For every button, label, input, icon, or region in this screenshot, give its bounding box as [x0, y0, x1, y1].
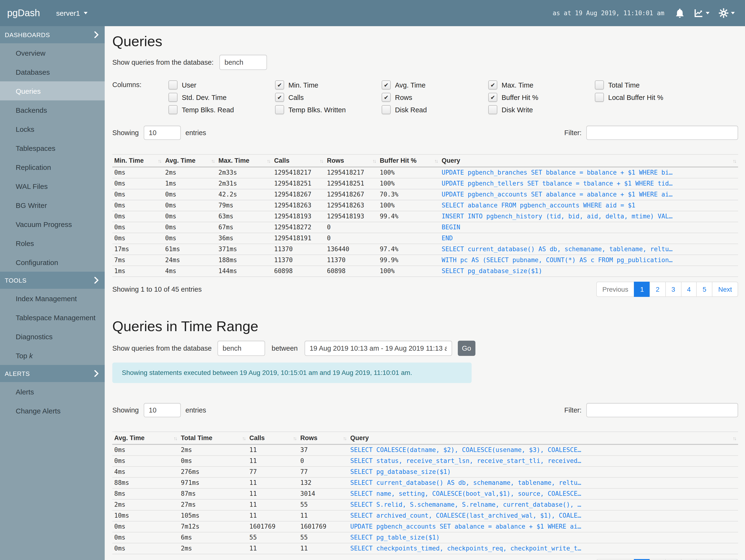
- query-link[interactable]: SELECT pg_table_size($1): [350, 534, 440, 541]
- query-link[interactable]: SELECT abalance FROM pgbench_accounts WH…: [442, 202, 635, 209]
- page-button-previous[interactable]: Previous: [596, 282, 635, 297]
- settings-gear-menu[interactable]: [719, 8, 735, 18]
- page-button-3[interactable]: 3: [665, 559, 681, 560]
- page-button-5[interactable]: 5: [697, 559, 713, 560]
- column-header-min-time[interactable]: Min. Time↑↓: [112, 154, 163, 167]
- database-input[interactable]: [218, 341, 265, 356]
- column-header-buffer-hit[interactable]: Buffer Hit %↑↓: [378, 154, 440, 167]
- sort-icon[interactable]: ↑↓: [733, 435, 737, 441]
- checkbox-buffer-hit[interactable]: ✔Buffer Hit %: [488, 93, 595, 102]
- sort-icon[interactable]: ↑↓: [158, 158, 162, 163]
- sidebar-section-tools[interactable]: TOOLS: [0, 272, 105, 289]
- sidebar-item-tablespaces[interactable]: Tablespaces: [0, 138, 105, 158]
- checkbox-min-time[interactable]: ✔Min. Time: [275, 80, 382, 90]
- sidebar-item-overview[interactable]: Overview: [0, 43, 105, 62]
- column-header-query[interactable]: Query↑↓: [440, 154, 738, 167]
- page-button-next[interactable]: Next: [712, 282, 738, 297]
- query-link[interactable]: UPDATE pgbench_tellers SET tbalance = tb…: [442, 180, 673, 187]
- column-header-calls[interactable]: Calls↑↓: [272, 154, 325, 167]
- checkbox-temp-blks-read[interactable]: Temp Blks. Read: [168, 105, 275, 114]
- page-size-input[interactable]: [143, 126, 181, 140]
- query-link[interactable]: SELECT pg_database_size($1): [350, 468, 451, 475]
- sidebar-item-change-alerts[interactable]: Change Alerts: [0, 401, 105, 420]
- page-button-4[interactable]: 4: [681, 282, 697, 297]
- charts-menu-button[interactable]: [693, 8, 710, 18]
- sidebar-item-index-management[interactable]: Index Management: [0, 289, 105, 308]
- page-button-1[interactable]: 1: [634, 559, 650, 560]
- checkbox-disk-write[interactable]: Disk Write: [488, 105, 595, 114]
- query-link[interactable]: UPDATE pgbench_accounts SET abalance = a…: [442, 191, 673, 198]
- sort-icon[interactable]: ↑↓: [173, 435, 178, 441]
- notifications-bell-icon[interactable]: [675, 8, 684, 18]
- column-header-rows[interactable]: Rows↑↓: [325, 154, 378, 167]
- time-range-input[interactable]: [304, 341, 452, 356]
- query-link[interactable]: WITH pc AS (SELECT pubname, COUNT(*) AS …: [442, 257, 673, 264]
- query-link[interactable]: SELECT current_database() AS db, scheman…: [442, 245, 673, 253]
- sidebar-section-alerts[interactable]: ALERTS: [0, 365, 105, 382]
- page-button-next[interactable]: Next: [712, 559, 738, 560]
- page-button-2[interactable]: 2: [650, 282, 666, 297]
- page-button-previous[interactable]: Previous: [596, 559, 635, 560]
- column-header-calls[interactable]: Calls↑↓: [248, 432, 298, 444]
- column-header-avg-time[interactable]: Avg. Time↑↓: [163, 154, 217, 167]
- checkbox-avg-time[interactable]: ✔Avg. Time: [382, 80, 488, 90]
- sidebar-item-replication[interactable]: Replication: [0, 158, 105, 176]
- sort-icon[interactable]: ↑↓: [733, 158, 737, 163]
- page-button-4[interactable]: 4: [681, 559, 697, 560]
- sort-icon[interactable]: ↑↓: [434, 158, 439, 163]
- go-button[interactable]: Go: [458, 341, 476, 356]
- query-link[interactable]: SELECT status, receive_start_lsn, receiv…: [350, 457, 581, 464]
- query-link[interactable]: SELECT name, setting, COALESCE(boot_val,…: [350, 490, 581, 497]
- checkbox-local-buffer-hit[interactable]: Local Buffer Hit %: [595, 93, 702, 102]
- sidebar-item-alerts[interactable]: Alerts: [0, 382, 105, 401]
- sidebar-item-roles[interactable]: Roles: [0, 234, 105, 253]
- sidebar-item-wal-files[interactable]: WAL Files: [0, 176, 105, 196]
- server-selector[interactable]: server1: [56, 9, 88, 17]
- page-button-2[interactable]: 2: [650, 559, 666, 560]
- checkbox-temp-blks-written[interactable]: Temp Blks. Written: [275, 105, 382, 114]
- sidebar-item-locks[interactable]: Locks: [0, 120, 105, 138]
- app-logo[interactable]: pgDash: [0, 8, 56, 19]
- database-input[interactable]: [219, 55, 267, 70]
- sort-icon[interactable]: ↑↓: [343, 435, 347, 441]
- checkbox-total-time[interactable]: Total Time: [595, 80, 702, 90]
- query-link[interactable]: INSERT INTO pgbench_history (tid, bid, a…: [442, 213, 673, 220]
- sidebar-item-bg-writer[interactable]: BG Writer: [0, 196, 105, 215]
- sidebar-item-top-k[interactable]: Top k: [0, 346, 105, 365]
- checkbox-rows[interactable]: ✔Rows: [382, 93, 488, 102]
- checkbox-calls[interactable]: ✔Calls: [275, 93, 382, 102]
- page-button-3[interactable]: 3: [665, 282, 681, 297]
- column-header-total-time[interactable]: Total Time↑↓: [179, 432, 248, 444]
- sidebar-item-tablespace-management[interactable]: Tablespace Management: [0, 308, 105, 327]
- column-header-max-time[interactable]: Max. Time↑↓: [217, 154, 272, 167]
- page-size-input[interactable]: [143, 403, 181, 417]
- page-button-5[interactable]: 5: [697, 282, 713, 297]
- sidebar-item-queries[interactable]: Queries: [0, 81, 105, 100]
- checkbox-disk-read[interactable]: Disk Read: [382, 105, 488, 114]
- query-link[interactable]: SELECT archived_count, COALESCE(last_arc…: [350, 512, 581, 519]
- query-link[interactable]: SELECT COALESCE(datname, $2), COALESCE(u…: [350, 446, 581, 454]
- checkbox-max-time[interactable]: ✔Max. Time: [488, 80, 595, 90]
- checkbox-std-dev-time[interactable]: Std. Dev. Time: [168, 93, 275, 102]
- sort-icon[interactable]: ↑↓: [242, 435, 247, 441]
- column-header-avg-time[interactable]: Avg. Time↑↓: [112, 432, 179, 444]
- sidebar-item-diagnostics[interactable]: Diagnostics: [0, 327, 105, 346]
- query-link[interactable]: SELECT S.relid, S.schemaname, S.relname,…: [350, 501, 581, 508]
- sidebar-item-configuration[interactable]: Configuration: [0, 253, 105, 272]
- sidebar-item-databases[interactable]: Databases: [0, 62, 105, 81]
- sidebar-item-backends[interactable]: Backends: [0, 100, 105, 120]
- sidebar-item-vacuum-progress[interactable]: Vacuum Progress: [0, 215, 105, 234]
- query-link[interactable]: SELECT current_database() AS db, scheman…: [350, 479, 581, 486]
- filter-input[interactable]: [586, 403, 738, 417]
- sort-icon[interactable]: ↑↓: [267, 158, 271, 163]
- sort-icon[interactable]: ↑↓: [372, 158, 377, 163]
- filter-input[interactable]: [586, 126, 738, 140]
- page-button-1[interactable]: 1: [634, 282, 650, 297]
- sidebar-section-dashboards[interactable]: DASHBOARDS: [0, 26, 105, 43]
- query-link[interactable]: SELECT pg_database_size($1): [442, 267, 542, 274]
- query-link[interactable]: SELECT checkpoints_timed, checkpoints_re…: [350, 545, 581, 552]
- column-header-query[interactable]: Query↑↓: [348, 432, 738, 444]
- sort-icon[interactable]: ↑↓: [293, 435, 297, 441]
- query-link[interactable]: BEGIN: [442, 224, 460, 231]
- column-header-rows[interactable]: Rows↑↓: [298, 432, 348, 444]
